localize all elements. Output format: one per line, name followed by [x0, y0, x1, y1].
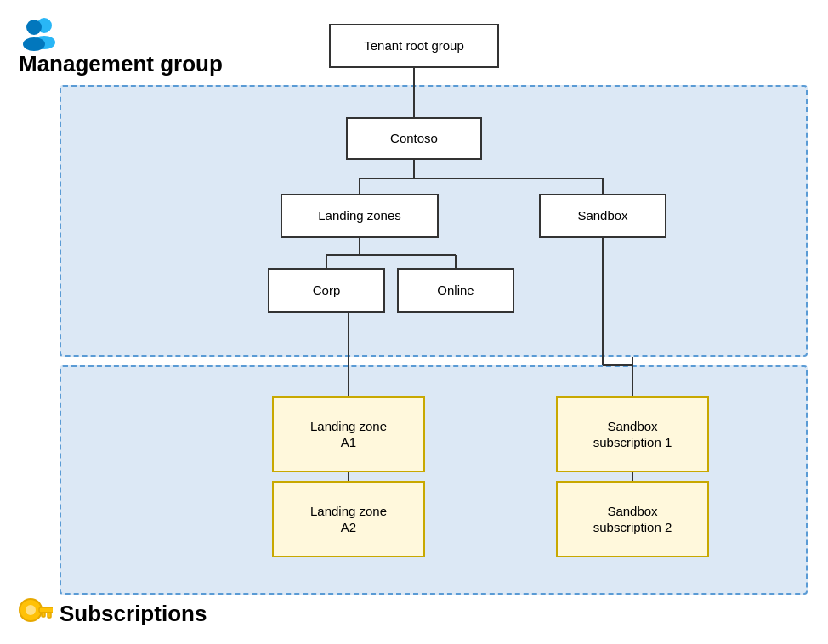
- subscriptions-label: Subscriptions: [60, 601, 207, 627]
- svg-rect-7: [48, 613, 51, 618]
- contoso-node: Contoso: [346, 117, 482, 160]
- online-node: Online: [397, 268, 514, 313]
- sandbox-node: Sandbox: [539, 194, 666, 238]
- mgmt-group-icon: [19, 12, 60, 53]
- svg-point-2: [26, 20, 42, 35]
- svg-rect-6: [39, 607, 53, 613]
- svg-rect-8: [42, 613, 45, 617]
- tenant-root-node: Tenant root group: [329, 24, 499, 68]
- corp-node: Corp: [268, 268, 385, 313]
- subscriptions-icon: [19, 596, 53, 630]
- lz-a2-node: Landing zone A2: [272, 481, 425, 557]
- svg-point-5: [26, 605, 36, 615]
- diagram-container: Management group Subscriptions Tenant ro…: [0, 0, 828, 644]
- landing-zones-node: Landing zones: [281, 194, 439, 238]
- lz-a1-node: Landing zone A1: [272, 396, 425, 472]
- mgmt-group-label: Management group: [19, 51, 223, 77]
- sandbox-sub2-node: Sandbox subscription 2: [556, 481, 709, 557]
- svg-point-3: [23, 37, 45, 51]
- sandbox-sub1-node: Sandbox subscription 1: [556, 396, 709, 472]
